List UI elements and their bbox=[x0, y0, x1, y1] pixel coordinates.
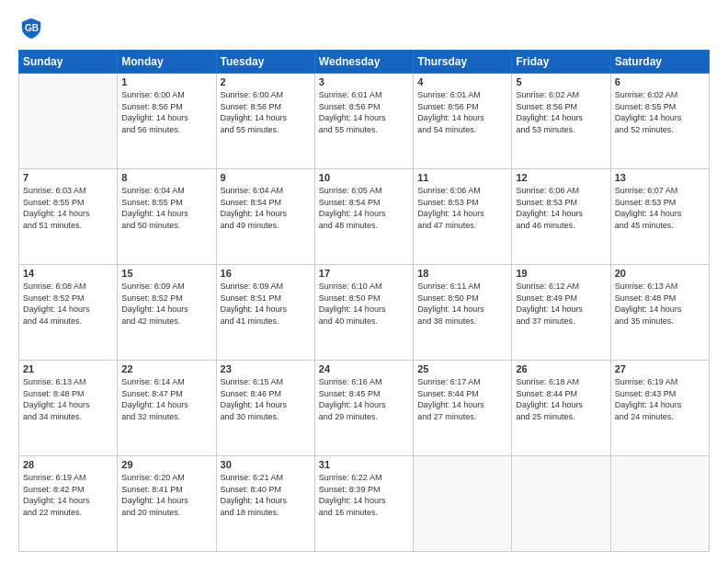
day-info: Sunrise: 6:06 AM Sunset: 8:53 PM Dayligh… bbox=[516, 185, 606, 231]
calendar-cell: 9Sunrise: 6:04 AM Sunset: 8:54 PM Daylig… bbox=[216, 169, 314, 265]
calendar-cell: 19Sunrise: 6:12 AM Sunset: 8:49 PM Dayli… bbox=[512, 265, 610, 361]
day-number: 8 bbox=[121, 172, 211, 183]
day-info: Sunrise: 6:05 AM Sunset: 8:54 PM Dayligh… bbox=[319, 185, 409, 231]
day-number: 14 bbox=[23, 268, 113, 279]
day-number: 6 bbox=[615, 76, 705, 87]
calendar-cell: 21Sunrise: 6:13 AM Sunset: 8:48 PM Dayli… bbox=[19, 361, 118, 456]
calendar-cell: 31Sunrise: 6:22 AM Sunset: 8:39 PM Dayli… bbox=[314, 456, 413, 552]
calendar-cell: 3Sunrise: 6:01 AM Sunset: 8:56 PM Daylig… bbox=[314, 74, 413, 169]
day-number: 30 bbox=[221, 459, 311, 470]
day-number: 28 bbox=[23, 459, 113, 470]
calendar-day-header: Friday bbox=[512, 51, 610, 74]
calendar-week-row: 21Sunrise: 6:13 AM Sunset: 8:48 PM Dayli… bbox=[19, 361, 710, 456]
calendar-cell: 27Sunrise: 6:19 AM Sunset: 8:43 PM Dayli… bbox=[610, 361, 709, 456]
calendar-cell: 10Sunrise: 6:05 AM Sunset: 8:54 PM Dayli… bbox=[314, 169, 413, 265]
calendar-cell: 30Sunrise: 6:21 AM Sunset: 8:40 PM Dayli… bbox=[216, 456, 314, 552]
day-info: Sunrise: 6:17 AM Sunset: 8:44 PM Dayligh… bbox=[417, 376, 507, 422]
day-number: 29 bbox=[121, 459, 211, 470]
calendar-cell: 28Sunrise: 6:19 AM Sunset: 8:42 PM Dayli… bbox=[19, 456, 118, 552]
calendar-cell: 20Sunrise: 6:13 AM Sunset: 8:48 PM Dayli… bbox=[610, 265, 709, 361]
day-number: 26 bbox=[516, 363, 606, 374]
header: GB bbox=[18, 15, 710, 40]
day-info: Sunrise: 6:00 AM Sunset: 8:56 PM Dayligh… bbox=[121, 89, 211, 135]
calendar-week-row: 14Sunrise: 6:08 AM Sunset: 8:52 PM Dayli… bbox=[19, 265, 710, 361]
day-number: 19 bbox=[516, 268, 606, 279]
calendar-cell: 26Sunrise: 6:18 AM Sunset: 8:44 PM Dayli… bbox=[512, 361, 610, 456]
day-info: Sunrise: 6:21 AM Sunset: 8:40 PM Dayligh… bbox=[221, 472, 311, 518]
day-info: Sunrise: 6:06 AM Sunset: 8:53 PM Dayligh… bbox=[417, 185, 507, 231]
day-number: 5 bbox=[516, 76, 606, 87]
day-info: Sunrise: 6:19 AM Sunset: 8:43 PM Dayligh… bbox=[615, 376, 705, 422]
logo: GB bbox=[18, 15, 48, 40]
calendar-day-header: Wednesday bbox=[314, 51, 413, 74]
calendar-cell: 17Sunrise: 6:10 AM Sunset: 8:50 PM Dayli… bbox=[314, 265, 413, 361]
day-number: 15 bbox=[121, 268, 211, 279]
day-info: Sunrise: 6:22 AM Sunset: 8:39 PM Dayligh… bbox=[319, 472, 409, 518]
calendar-cell bbox=[512, 456, 610, 552]
day-info: Sunrise: 6:18 AM Sunset: 8:44 PM Dayligh… bbox=[516, 376, 606, 422]
calendar-cell bbox=[610, 456, 709, 552]
day-number: 13 bbox=[615, 172, 705, 183]
day-number: 11 bbox=[417, 172, 507, 183]
day-number: 25 bbox=[417, 363, 507, 374]
calendar-cell: 18Sunrise: 6:11 AM Sunset: 8:50 PM Dayli… bbox=[414, 265, 512, 361]
day-info: Sunrise: 6:08 AM Sunset: 8:52 PM Dayligh… bbox=[23, 281, 113, 327]
day-info: Sunrise: 6:09 AM Sunset: 8:51 PM Dayligh… bbox=[221, 281, 311, 327]
calendar-day-header: Monday bbox=[118, 51, 216, 74]
svg-text:GB: GB bbox=[25, 23, 39, 33]
day-info: Sunrise: 6:04 AM Sunset: 8:55 PM Dayligh… bbox=[121, 185, 211, 231]
day-info: Sunrise: 6:14 AM Sunset: 8:47 PM Dayligh… bbox=[121, 376, 211, 422]
day-number: 18 bbox=[417, 268, 507, 279]
calendar-cell bbox=[414, 456, 512, 552]
day-number: 23 bbox=[221, 363, 311, 374]
day-number: 9 bbox=[221, 172, 311, 183]
calendar-cell: 11Sunrise: 6:06 AM Sunset: 8:53 PM Dayli… bbox=[414, 169, 512, 265]
calendar-cell: 1Sunrise: 6:00 AM Sunset: 8:56 PM Daylig… bbox=[118, 74, 216, 169]
calendar-cell: 12Sunrise: 6:06 AM Sunset: 8:53 PM Dayli… bbox=[512, 169, 610, 265]
day-info: Sunrise: 6:20 AM Sunset: 8:41 PM Dayligh… bbox=[121, 472, 211, 518]
calendar-week-row: 28Sunrise: 6:19 AM Sunset: 8:42 PM Dayli… bbox=[19, 456, 710, 552]
day-info: Sunrise: 6:01 AM Sunset: 8:56 PM Dayligh… bbox=[319, 89, 409, 135]
day-info: Sunrise: 6:02 AM Sunset: 8:55 PM Dayligh… bbox=[615, 89, 705, 135]
day-info: Sunrise: 6:11 AM Sunset: 8:50 PM Dayligh… bbox=[417, 281, 507, 327]
calendar-day-header: Tuesday bbox=[216, 51, 314, 74]
day-number: 24 bbox=[319, 363, 409, 374]
page: GB SundayMondayTuesdayWednesdayThursdayF… bbox=[0, 0, 728, 563]
day-number: 12 bbox=[516, 172, 606, 183]
day-number: 4 bbox=[417, 76, 507, 87]
calendar-cell: 24Sunrise: 6:16 AM Sunset: 8:45 PM Dayli… bbox=[314, 361, 413, 456]
logo-icon: GB bbox=[18, 15, 44, 40]
calendar-cell bbox=[19, 74, 118, 169]
calendar-cell: 4Sunrise: 6:01 AM Sunset: 8:56 PM Daylig… bbox=[414, 74, 512, 169]
calendar-header-row: SundayMondayTuesdayWednesdayThursdayFrid… bbox=[19, 51, 710, 74]
calendar-day-header: Thursday bbox=[414, 51, 512, 74]
day-info: Sunrise: 6:16 AM Sunset: 8:45 PM Dayligh… bbox=[319, 376, 409, 422]
calendar-cell: 13Sunrise: 6:07 AM Sunset: 8:53 PM Dayli… bbox=[610, 169, 709, 265]
calendar-cell: 23Sunrise: 6:15 AM Sunset: 8:46 PM Dayli… bbox=[216, 361, 314, 456]
day-info: Sunrise: 6:12 AM Sunset: 8:49 PM Dayligh… bbox=[516, 281, 606, 327]
calendar-cell: 2Sunrise: 6:00 AM Sunset: 8:56 PM Daylig… bbox=[216, 74, 314, 169]
calendar-cell: 8Sunrise: 6:04 AM Sunset: 8:55 PM Daylig… bbox=[118, 169, 216, 265]
day-info: Sunrise: 6:13 AM Sunset: 8:48 PM Dayligh… bbox=[615, 281, 705, 327]
day-number: 31 bbox=[319, 459, 409, 470]
calendar-table: SundayMondayTuesdayWednesdayThursdayFrid… bbox=[18, 50, 710, 552]
calendar-cell: 14Sunrise: 6:08 AM Sunset: 8:52 PM Dayli… bbox=[19, 265, 118, 361]
calendar-cell: 6Sunrise: 6:02 AM Sunset: 8:55 PM Daylig… bbox=[610, 74, 709, 169]
day-number: 16 bbox=[221, 268, 311, 279]
day-info: Sunrise: 6:09 AM Sunset: 8:52 PM Dayligh… bbox=[121, 281, 211, 327]
calendar-cell: 5Sunrise: 6:02 AM Sunset: 8:56 PM Daylig… bbox=[512, 74, 610, 169]
day-info: Sunrise: 6:10 AM Sunset: 8:50 PM Dayligh… bbox=[319, 281, 409, 327]
calendar-cell: 25Sunrise: 6:17 AM Sunset: 8:44 PM Dayli… bbox=[414, 361, 512, 456]
calendar-week-row: 1Sunrise: 6:00 AM Sunset: 8:56 PM Daylig… bbox=[19, 74, 710, 169]
day-info: Sunrise: 6:00 AM Sunset: 8:56 PM Dayligh… bbox=[221, 89, 311, 135]
calendar-day-header: Saturday bbox=[610, 51, 709, 74]
calendar-cell: 22Sunrise: 6:14 AM Sunset: 8:47 PM Dayli… bbox=[118, 361, 216, 456]
day-info: Sunrise: 6:01 AM Sunset: 8:56 PM Dayligh… bbox=[417, 89, 507, 135]
calendar-cell: 15Sunrise: 6:09 AM Sunset: 8:52 PM Dayli… bbox=[118, 265, 216, 361]
day-info: Sunrise: 6:07 AM Sunset: 8:53 PM Dayligh… bbox=[615, 185, 705, 231]
day-number: 1 bbox=[121, 76, 211, 87]
day-info: Sunrise: 6:04 AM Sunset: 8:54 PM Dayligh… bbox=[221, 185, 311, 231]
day-number: 3 bbox=[319, 76, 409, 87]
day-number: 21 bbox=[23, 363, 113, 374]
day-info: Sunrise: 6:13 AM Sunset: 8:48 PM Dayligh… bbox=[23, 376, 113, 422]
